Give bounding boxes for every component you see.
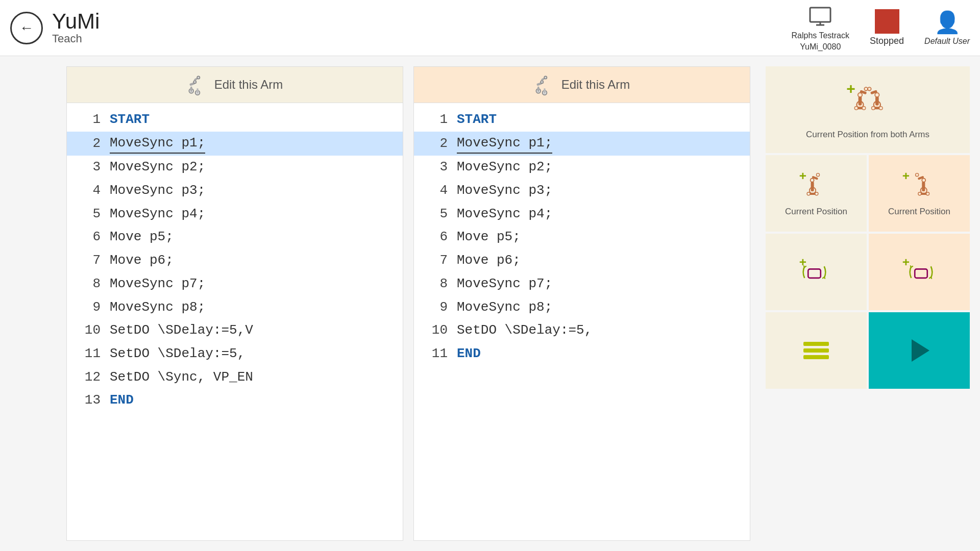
left-edit-arm-label: Edit this Arm	[214, 78, 283, 92]
current-position-right-button[interactable]: + Current Position	[869, 155, 970, 232]
table-row[interactable]: 11END	[414, 342, 750, 366]
menu-icon-area	[801, 338, 831, 363]
line-number: 1	[75, 110, 101, 130]
user-block: 👤 Default User	[924, 10, 970, 46]
table-row[interactable]: 6Move p5;	[67, 226, 403, 249]
table-row[interactable]: 1START	[67, 108, 403, 132]
device-name: Ralphs Testrack	[791, 31, 849, 40]
table-row[interactable]: 9MoveSync p8;	[67, 296, 403, 319]
svg-rect-4	[190, 87, 192, 92]
back-arrow-icon: ←	[19, 20, 34, 36]
back-button[interactable]: ←	[10, 12, 43, 44]
run-button[interactable]	[869, 312, 970, 389]
line-code: Move p5;	[457, 228, 521, 247]
svg-point-27	[862, 106, 866, 110]
right-code-body[interactable]: 1START2MoveSync p1;3MoveSync p2;4MoveSyn…	[414, 103, 750, 540]
left-code-body[interactable]: 1START2MoveSync p1;3MoveSync p2;4MoveSyn…	[67, 103, 403, 540]
svg-rect-29	[875, 96, 879, 105]
bottom-row	[766, 312, 970, 389]
line-number: 9	[75, 298, 101, 317]
svg-text:+: +	[902, 256, 910, 269]
status-label: Stopped	[870, 36, 904, 46]
line-number: 6	[422, 228, 448, 247]
svg-text:+: +	[799, 169, 806, 183]
both-arms-button[interactable]: +	[766, 66, 970, 153]
robot-arm-left-icon	[187, 74, 208, 95]
table-row[interactable]: 6Move p5;	[414, 226, 750, 249]
svg-rect-12	[537, 87, 540, 92]
table-row[interactable]: 2MoveSync p1;	[414, 132, 750, 156]
table-row[interactable]: 7Move p6;	[67, 249, 403, 272]
line-number: 7	[422, 251, 448, 270]
menu-button[interactable]	[766, 312, 867, 389]
line-number: 3	[75, 158, 101, 177]
right-action-panel: +	[766, 66, 970, 541]
current-position-right-icon: +	[901, 169, 937, 203]
table-row[interactable]: 4MoveSync p3;	[67, 179, 403, 203]
monitor-icon	[808, 5, 832, 29]
svg-point-16	[544, 76, 547, 79]
svg-rect-60	[803, 355, 829, 359]
table-row[interactable]: 2MoveSync p1;	[67, 132, 403, 156]
svg-rect-59	[803, 348, 829, 353]
table-row[interactable]: 13END	[67, 389, 403, 412]
line-code: Move p6;	[457, 251, 521, 270]
line-code: MoveSync p3;	[457, 181, 552, 201]
line-code: MoveSync p4;	[457, 205, 552, 224]
io-left-button[interactable]: +	[766, 234, 867, 310]
svg-point-32	[868, 87, 871, 91]
svg-rect-55	[808, 269, 821, 278]
table-row[interactable]: 7Move p6;	[414, 249, 750, 272]
svg-point-52	[918, 192, 921, 195]
app-subtitle: Teach	[52, 32, 100, 45]
svg-point-44	[815, 192, 818, 195]
current-position-row: + Current Position +	[766, 155, 970, 232]
table-row[interactable]: 9MoveSync p8;	[414, 296, 750, 319]
line-code: END	[110, 391, 134, 410]
line-code: MoveSync p1;	[457, 134, 552, 154]
io-right-button[interactable]: +	[869, 234, 970, 310]
line-code: MoveSync p4;	[110, 205, 205, 224]
line-number: 6	[75, 228, 101, 247]
table-row[interactable]: 11SetDO \SDelay:=5,	[67, 342, 403, 366]
line-code: MoveSync p2;	[110, 158, 205, 177]
table-row[interactable]: 8MoveSync p7;	[414, 272, 750, 296]
table-row[interactable]: 5MoveSync p4;	[67, 203, 403, 226]
svg-rect-18	[544, 88, 546, 94]
current-position-left-label: Current Position	[785, 207, 847, 217]
user-label: Default User	[924, 37, 970, 46]
line-code: MoveSync p7;	[110, 274, 205, 294]
right-edit-arm-label: Edit this Arm	[561, 78, 630, 92]
right-panel-header[interactable]: Edit this Arm	[414, 67, 750, 103]
table-row[interactable]: 12SetDO \Sync, VP_EN	[67, 366, 403, 389]
svg-point-22	[858, 93, 862, 97]
line-code: MoveSync p3;	[110, 181, 205, 201]
table-row[interactable]: 3MoveSync p2;	[414, 156, 750, 179]
current-position-left-button[interactable]: + Current Position	[766, 155, 867, 232]
svg-rect-57	[915, 269, 927, 278]
line-code: MoveSync p7;	[457, 274, 552, 294]
svg-point-35	[879, 106, 883, 110]
table-row[interactable]: 4MoveSync p3;	[414, 179, 750, 203]
line-code: END	[457, 344, 481, 364]
io-right-icon: +	[901, 256, 937, 289]
table-row[interactable]: 5MoveSync p4;	[414, 203, 750, 226]
current-position-left-icon-area: +	[798, 169, 834, 203]
current-position-right-icon-area: +	[901, 169, 937, 203]
svg-rect-38	[811, 182, 814, 191]
line-number: 7	[75, 251, 101, 270]
svg-point-6	[193, 81, 196, 83]
user-icon: 👤	[934, 10, 961, 35]
table-row[interactable]: 10SetDO \SDelay:=5,V	[67, 319, 403, 342]
left-panel-header[interactable]: Edit this Arm	[67, 67, 403, 103]
io-left-icon-area: +	[798, 256, 834, 289]
svg-point-30	[875, 93, 879, 97]
line-number: 8	[422, 274, 448, 294]
svg-point-8	[197, 76, 200, 79]
table-row[interactable]: 10SetDO \SDelay:=5,	[414, 319, 750, 342]
table-row[interactable]: 1START	[414, 108, 750, 132]
svg-point-34	[872, 106, 875, 110]
svg-point-14	[541, 81, 543, 83]
table-row[interactable]: 8MoveSync p7;	[67, 272, 403, 296]
table-row[interactable]: 3MoveSync p2;	[67, 156, 403, 179]
